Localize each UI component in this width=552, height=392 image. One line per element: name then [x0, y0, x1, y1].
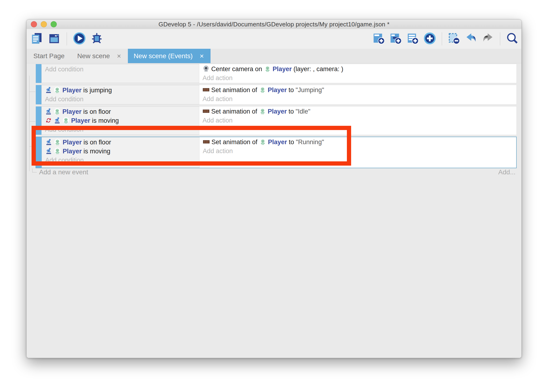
add-comment-button[interactable] [406, 32, 420, 46]
instruction-text: Set animation of [211, 86, 259, 93]
condition-line[interactable]: Player is moving [42, 147, 199, 156]
object-name: Player [71, 117, 90, 124]
condition-line[interactable]: Player is on floor [42, 138, 199, 147]
undo-button[interactable] [464, 32, 478, 46]
project-manager-icon [30, 32, 43, 46]
title-bar[interactable]: GDevelop 5 - /Users/david/Documents/GDev… [27, 20, 521, 29]
conditions-column: Player is on floorPlayer is movingAdd co… [42, 137, 200, 168]
event-drag-bar[interactable] [36, 85, 41, 104]
close-window-button[interactable] [31, 21, 37, 27]
player-icon [259, 86, 266, 93]
instruction-text: is moving [90, 117, 119, 124]
object-name: Player [63, 148, 82, 155]
add-event-row: Add a new event Add... [32, 167, 516, 177]
add-action-button[interactable]: Add action [199, 116, 517, 125]
action-line[interactable]: Center camera on Player (layer: , camera… [199, 64, 517, 73]
add-action-button[interactable]: Add action [200, 147, 516, 155]
events-sheet: Add conditionCenter camera on Player (la… [27, 63, 521, 358]
add-circle-button[interactable] [423, 32, 437, 46]
tab-new-scene-events[interactable]: New scene (Events) × [128, 49, 211, 63]
add-event-icon [373, 32, 385, 46]
object-name: Player [268, 139, 287, 146]
actions-column: Set animation of Player to "Running"Add … [200, 137, 516, 168]
add-circle-icon [423, 32, 436, 46]
animation-icon [202, 108, 210, 115]
player-icon [259, 108, 266, 115]
action-line[interactable]: Set animation of Player to "Jumping" [199, 85, 517, 94]
scene-window-button[interactable] [47, 32, 61, 46]
debug-icon [90, 32, 103, 46]
play-icon [73, 32, 86, 46]
minimize-window-button[interactable] [41, 21, 47, 27]
instruction-text: "Jumping" [296, 86, 324, 93]
event-row[interactable]: Player is on floorPlayer is movingAdd co… [35, 106, 517, 135]
traffic-lights [31, 21, 57, 27]
redo-button[interactable] [481, 32, 495, 46]
conditions-column: Player is jumpingAdd condition [41, 85, 199, 104]
add-condition-button[interactable]: Add condition [42, 95, 199, 104]
close-tab-icon[interactable]: × [199, 53, 205, 60]
animation-icon [202, 86, 210, 93]
player-icon [54, 108, 61, 115]
event-row-selected[interactable]: Player is on floorPlayer is movingAdd co… [35, 137, 517, 168]
instruction-text: to [287, 108, 296, 115]
player-icon [62, 117, 69, 124]
tree-elbow-icon [32, 168, 37, 172]
add-event-button[interactable] [372, 32, 386, 46]
add-comment-icon [407, 32, 419, 46]
event-tree-tick [29, 121, 35, 122]
tab-label: New scene (Events) [133, 52, 193, 60]
player-icon [54, 147, 61, 154]
event-drag-bar[interactable] [36, 106, 41, 135]
add-subevent-button[interactable] [389, 32, 403, 46]
add-condition-button[interactable]: Add condition [42, 156, 199, 165]
actions-column: Set animation of Player to "Jumping"Add … [199, 85, 517, 104]
debug-button[interactable] [90, 32, 104, 46]
platformer-icon [45, 86, 52, 93]
tab-label: Start Page [34, 52, 64, 60]
event-row[interactable]: Add conditionCenter camera on Player (la… [35, 64, 517, 83]
condition-line[interactable]: Player is on floor [42, 107, 199, 116]
add-action-button[interactable]: Add action [199, 73, 517, 83]
instruction-text: to [287, 139, 296, 146]
toolbar-right-group [372, 32, 521, 46]
platformer-icon [45, 147, 52, 154]
platformer-icon [45, 139, 52, 146]
add-condition-button[interactable]: Add condition [42, 125, 199, 134]
event-rows: Add conditionCenter camera on Player (la… [35, 63, 517, 170]
add-condition-button[interactable]: Add condition [42, 65, 199, 74]
tab-new-scene[interactable]: New scene × [71, 49, 128, 63]
tab-start-page[interactable]: Start Page [27, 49, 71, 63]
add-new-event-button[interactable]: Add a new event [39, 168, 88, 176]
project-manager-button[interactable] [30, 32, 44, 46]
add-button[interactable]: Add... [498, 168, 516, 176]
condition-line[interactable]: Player is moving [42, 116, 199, 125]
platformer-icon [45, 108, 52, 115]
event-drag-bar[interactable] [36, 64, 41, 83]
gdevelop-window: GDevelop 5 - /Users/david/Documents/GDev… [26, 19, 522, 358]
object-name: Player [62, 108, 82, 115]
remove-event-button[interactable] [447, 32, 461, 46]
event-drag-bar[interactable] [36, 137, 42, 168]
action-line[interactable]: Set animation of Player to "Idle" [199, 107, 517, 116]
instruction-text: is on floor [82, 139, 111, 146]
search-button[interactable] [505, 32, 519, 46]
player-icon [264, 65, 271, 72]
instruction-text: is moving [82, 148, 110, 155]
toolbar [27, 29, 521, 49]
player-icon [259, 138, 266, 145]
event-tree-line [29, 76, 29, 171]
redo-icon [482, 32, 494, 46]
zoom-window-button[interactable] [51, 21, 57, 27]
instruction-text: "Running" [296, 139, 324, 146]
conditions-column: Add condition [41, 64, 199, 83]
search-icon [506, 32, 518, 46]
condition-line[interactable]: Player is jumping [42, 86, 199, 95]
close-tab-icon[interactable]: × [116, 53, 122, 60]
add-action-button[interactable]: Add action [199, 94, 517, 103]
event-row[interactable]: Player is jumpingAdd conditionSet animat… [35, 85, 517, 105]
play-button[interactable] [73, 32, 86, 46]
actions-column: Set animation of Player to "Idle"Add act… [199, 106, 517, 135]
action-line[interactable]: Set animation of Player to "Running" [200, 138, 516, 147]
event-tree-tick [29, 146, 35, 147]
